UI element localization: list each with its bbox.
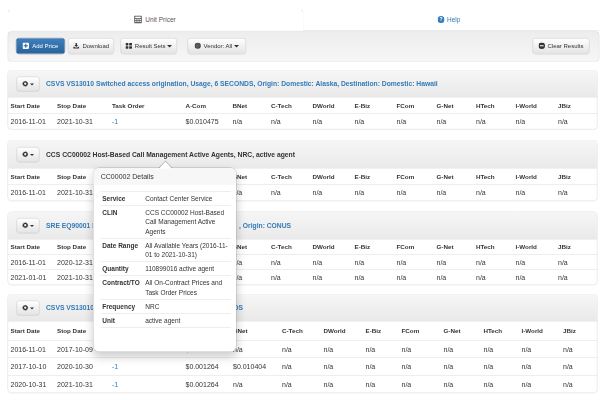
svg-text:?: ? bbox=[440, 16, 443, 22]
